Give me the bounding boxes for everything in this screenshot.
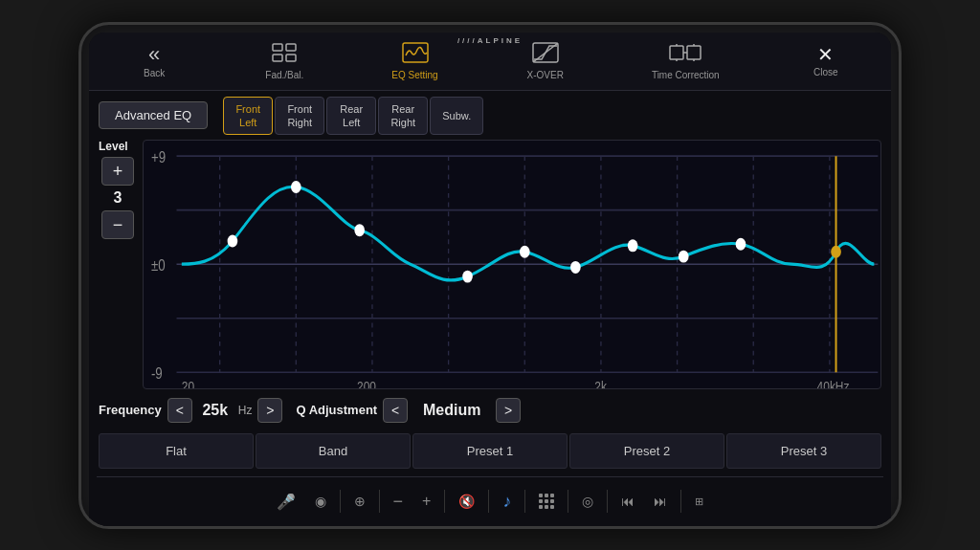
frequency-unit: Hz: [238, 404, 253, 417]
channel-rear-left[interactable]: RearLeft: [326, 97, 376, 136]
svg-rect-1: [286, 44, 296, 51]
level-control: Level + 3 −: [99, 140, 137, 388]
svg-rect-0: [273, 44, 282, 51]
eq-point[interactable]: [462, 271, 473, 283]
eq-point[interactable]: [736, 238, 746, 251]
close-icon: ✕: [817, 45, 834, 64]
back-icon: «: [148, 44, 160, 65]
nav-close-label: Close: [813, 67, 838, 77]
separator-1: [340, 490, 341, 513]
q-next-button[interactable]: >: [496, 398, 521, 423]
channel-tabs: FrontLeft FrontRight RearLeft RearRight …: [223, 97, 483, 136]
channel-subw[interactable]: Subw.: [430, 97, 483, 136]
nav-fad-bal[interactable]: Fad./Bal.: [251, 38, 318, 84]
frequency-value: 25k: [198, 402, 233, 419]
eq-point-selected[interactable]: [831, 246, 841, 258]
alpine-logo: ////ALPINE: [457, 36, 523, 45]
eq-point[interactable]: [570, 261, 581, 274]
eq-area: Level + 3 − +9 ±0 -9: [99, 140, 881, 388]
frequency-prev-button[interactable]: <: [167, 398, 192, 423]
separator-7: [607, 490, 608, 513]
eq-point[interactable]: [520, 246, 530, 258]
nav-fad-bal-label: Fad./Bal.: [265, 70, 303, 80]
svg-text:+9: +9: [151, 149, 166, 165]
preset-1[interactable]: Preset 1: [412, 433, 568, 469]
eq-graph[interactable]: +9 ±0 -9: [143, 140, 881, 388]
device-frame: ////ALPINE « Back Fad./Bal.: [78, 22, 902, 529]
svg-text:2k: 2k: [594, 379, 607, 388]
next-track-button[interactable]: ⏭: [648, 490, 673, 513]
q-adjustment-label: Q Adjustment: [296, 403, 377, 417]
svg-rect-8: [687, 46, 701, 59]
svg-rect-3: [286, 55, 296, 61]
separator-3: [444, 490, 445, 513]
eq-curve: [182, 187, 875, 280]
mic-button[interactable]: 🎤: [271, 489, 301, 515]
svg-text:40kHz: 40kHz: [817, 379, 850, 388]
time-correction-icon: [668, 42, 702, 67]
preset-3[interactable]: Preset 3: [726, 433, 881, 469]
separator-8: [680, 490, 681, 513]
q-value: Medium: [413, 402, 490, 419]
channel-row: Advanced EQ FrontLeft FrontRight RearLef…: [99, 97, 881, 136]
main-content: Advanced EQ FrontLeft FrontRight RearLef…: [89, 91, 891, 476]
svg-rect-2: [273, 55, 282, 61]
svg-rect-7: [670, 46, 683, 59]
nav-time-correction[interactable]: Time Correction: [642, 38, 729, 84]
preset-row: Flat Band Preset 1 Preset 2 Preset 3: [99, 431, 881, 471]
eq-setting-icon: [402, 42, 429, 67]
preset-2[interactable]: Preset 2: [569, 433, 724, 469]
svg-text:±0: ±0: [151, 257, 166, 274]
volume-up-button[interactable]: +: [416, 489, 436, 514]
frequency-label: Frequency: [99, 403, 162, 417]
preset-flat[interactable]: Flat: [99, 433, 254, 469]
nav-eq-label: EQ Setting: [391, 70, 437, 80]
q-prev-button[interactable]: <: [383, 398, 408, 423]
svg-text:20: 20: [182, 379, 194, 388]
separator-4: [488, 490, 489, 513]
level-label: Level: [99, 140, 128, 153]
separator-2: [379, 490, 380, 513]
separator-5: [524, 490, 525, 513]
nav-eq-setting[interactable]: EQ Setting: [382, 38, 449, 84]
screen: ////ALPINE « Back Fad./Bal.: [89, 33, 891, 526]
level-plus-button[interactable]: +: [101, 157, 134, 186]
svg-text:-9: -9: [151, 365, 163, 382]
x-over-icon: [532, 42, 559, 67]
eq-point[interactable]: [354, 224, 365, 236]
level-minus-button[interactable]: −: [101, 210, 134, 239]
level-value: 3: [114, 189, 122, 207]
nav-button[interactable]: ⊕: [348, 490, 371, 513]
bottom-bar: 🎤 ◉ ⊕ − + 🔇 ♪ ◎ ⏮ ⏭: [97, 476, 883, 526]
eq-point[interactable]: [291, 181, 301, 193]
top-nav: ////ALPINE « Back Fad./Bal.: [89, 33, 891, 91]
separator-6: [568, 490, 568, 513]
eq-point[interactable]: [628, 239, 638, 252]
eq-point[interactable]: [679, 251, 689, 263]
mute-button[interactable]: 🔇: [453, 490, 480, 513]
eq-point[interactable]: [228, 235, 238, 248]
preset-band[interactable]: Band: [256, 433, 411, 469]
grid-icon: [539, 494, 554, 509]
nav-x-over-label: X-OVER: [527, 70, 564, 80]
volume-down-button[interactable]: −: [388, 488, 410, 516]
channel-rear-right[interactable]: RearRight: [378, 97, 428, 136]
face-id-button[interactable]: ◉: [309, 490, 332, 513]
frequency-next-button[interactable]: >: [257, 398, 282, 423]
nav-back-label: Back: [144, 68, 165, 78]
freq-bar: Frequency < 25k Hz > Q Adjustment < Medi…: [99, 394, 881, 427]
display-button[interactable]: ⊞: [689, 492, 709, 512]
svg-text:200: 200: [357, 379, 376, 388]
advanced-eq-button[interactable]: Advanced EQ: [99, 101, 208, 129]
channel-front-right[interactable]: FrontRight: [275, 97, 324, 136]
music-button[interactable]: ♪: [497, 488, 517, 516]
nav-back[interactable]: « Back: [121, 40, 188, 82]
camera-button[interactable]: ◎: [576, 490, 599, 513]
channel-front-left[interactable]: FrontLeft: [223, 97, 273, 136]
fad-bal-icon: [271, 42, 298, 67]
nav-time-correction-label: Time Correction: [652, 70, 720, 80]
nav-close[interactable]: ✕ Close: [792, 41, 859, 81]
nav-x-over[interactable]: X-OVER: [512, 38, 579, 84]
grid-button[interactable]: [533, 490, 560, 513]
prev-track-button[interactable]: ⏮: [615, 490, 640, 513]
